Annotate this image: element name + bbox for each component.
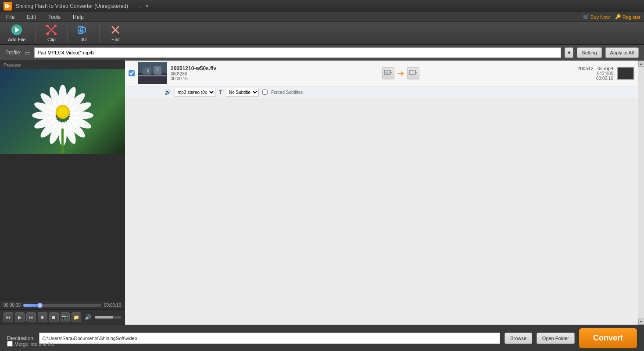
svg-rect-2: [5, 4, 7, 8]
forced-subtitles-checkbox[interactable]: [262, 90, 268, 95]
register-button[interactable]: 🔑 Register: [615, 14, 640, 20]
destination-label: Destination:: [7, 335, 35, 341]
svg-marker-25: [390, 72, 392, 73]
audio-track-select[interactable]: mp3 stereo (0x: [175, 88, 215, 97]
progress-thumb[interactable]: [37, 303, 43, 308]
browse-button[interactable]: Browse: [504, 333, 532, 344]
cart-icon: 🛒: [583, 14, 589, 20]
merge-checkbox[interactable]: [7, 341, 13, 347]
destination-input[interactable]: [39, 333, 500, 344]
close-button[interactable]: ✕: [144, 3, 150, 9]
timeline-bar: 00:00:00 00:00:16: [0, 301, 125, 309]
ipad-icon: ▭: [25, 49, 31, 56]
title-text: Shining Flash to Video Converter (Unregi…: [16, 3, 128, 9]
edit-button[interactable]: Edit: [105, 22, 126, 44]
toolbar-sep-1: [35, 24, 36, 42]
progress-track[interactable]: [23, 304, 101, 307]
svg-text:3D: 3D: [79, 29, 83, 33]
file-info: 20051210-w50s.flv 360*288 00:00:16: [171, 65, 258, 81]
file-list-area[interactable]: 20051210-w50s.flv 360*288 00:00:16 HD: [125, 61, 638, 325]
step-forward-button[interactable]: ⏭: [26, 312, 36, 322]
svg-rect-21: [138, 75, 167, 76]
unknown-button[interactable]: ⏹: [49, 312, 59, 322]
output-duration: 00:00:16: [543, 76, 613, 81]
clip-button[interactable]: Clip: [41, 22, 62, 44]
apply-to-all-button[interactable]: Apply to All: [605, 47, 639, 58]
file-duration: 00:00:16: [171, 76, 258, 81]
setting-button[interactable]: Setting: [577, 47, 601, 58]
right-panel: 20051210-w50s.flv 360*288 00:00:16 HD: [125, 61, 638, 325]
volume-icon: 🔊: [85, 314, 91, 320]
forced-subtitles-label: Forced Subtitles: [271, 90, 303, 95]
table-row: 20051210-w50s.flv 360*288 00:00:16 HD: [125, 61, 638, 98]
end-time: 00:00:16: [104, 303, 121, 308]
key-icon: 🔑: [615, 14, 621, 20]
right-scrollbar: ▲ ▼: [638, 61, 644, 325]
svg-point-10: [54, 25, 57, 27]
profile-label: Profile:: [5, 50, 21, 56]
scroll-track[interactable]: [638, 67, 644, 319]
svg-point-8: [46, 25, 49, 27]
video-settings-button[interactable]: HD: [382, 67, 394, 79]
right-wrapper: 20051210-w50s.flv 360*288 00:00:16 HD: [125, 61, 644, 325]
audio-icon: 🔊: [165, 89, 171, 95]
output-filename: 200512...0s.mp4: [543, 66, 613, 71]
output-resolution: 640*480: [543, 71, 613, 76]
volume-slider[interactable]: [95, 316, 121, 319]
window-controls: ─ □ ✕: [128, 3, 150, 9]
file-checkbox[interactable]: [129, 70, 135, 76]
preview-image: [0, 69, 125, 154]
file-output: 200512...0s.mp4 640*480 00:00:16: [543, 66, 613, 81]
title-bar: Shining Flash to Video Converter (Unregi…: [0, 0, 644, 12]
3d-icon: 3D: [77, 24, 89, 36]
step-backward-button[interactable]: ⏮: [4, 312, 13, 322]
preview-controls-area: [0, 154, 125, 301]
scroll-down-button[interactable]: ▼: [638, 319, 644, 325]
menu-edit[interactable]: Edit: [24, 13, 39, 21]
volume-fill: [95, 316, 113, 319]
play-button[interactable]: ▶: [15, 312, 25, 322]
merge-label: Merge into one file: [14, 341, 54, 347]
menu-tools[interactable]: Tools: [46, 13, 63, 21]
daisy-flower: [28, 77, 98, 147]
scroll-up-button[interactable]: ▲: [638, 61, 644, 67]
subtitle-t-icon: T: [219, 89, 222, 96]
screenshot-button[interactable]: 📷: [61, 312, 70, 322]
menu-help[interactable]: Help: [70, 13, 86, 21]
profile-bar: Profile: ▭ ▼ Setting Apply to All: [0, 45, 644, 61]
svg-point-9: [46, 32, 49, 35]
playback-controls: ⏮ ▶ ⏭ ■ ⏹ 📷 📁 🔊: [0, 309, 125, 325]
flower-stem: [61, 129, 64, 154]
open-folder-button[interactable]: Open Folder: [537, 333, 575, 344]
convert-button[interactable]: Convert: [579, 328, 637, 348]
add-file-button[interactable]: Add File: [4, 22, 30, 44]
menu-file[interactable]: File: [4, 13, 17, 21]
buy-register-area: 🛒 Buy Now 🔑 Register: [583, 14, 640, 20]
svg-marker-28: [415, 72, 417, 73]
output-settings-button[interactable]: [407, 67, 419, 79]
app-icon: [4, 2, 12, 11]
minimize-button[interactable]: ─: [128, 3, 134, 9]
subtitle-select[interactable]: No Subtitle: [226, 88, 259, 97]
svg-rect-22: [147, 69, 149, 72]
file-row-sub: 🔊 mp3 stereo (0x T No Subtitle Forced Su…: [125, 86, 638, 98]
stop-button[interactable]: ■: [38, 312, 47, 322]
dropdown-arrow-button[interactable]: ▼: [565, 47, 573, 58]
output-thumbnail: [617, 67, 634, 80]
merge-row: Merge into one file: [7, 341, 54, 347]
file-row-main: 20051210-w50s.flv 360*288 00:00:16 HD: [125, 61, 638, 86]
main-layout: Preview: [0, 61, 644, 325]
3d-button[interactable]: 3D 3D: [73, 22, 94, 44]
buy-now-button[interactable]: 🛒 Buy Now: [583, 14, 610, 20]
profile-select[interactable]: [34, 47, 561, 58]
folder-button[interactable]: 📁: [72, 312, 81, 322]
edit-icon: [109, 24, 122, 36]
toolbar-sep-3: [99, 24, 100, 42]
toolbar-sep-2: [67, 24, 68, 42]
progress-fill: [23, 304, 39, 307]
maximize-button[interactable]: □: [136, 3, 142, 9]
file-resolution: 360*288: [171, 72, 258, 76]
flower-center: [56, 105, 70, 119]
start-time: 00:00:00: [4, 303, 21, 308]
file-name: 20051210-w50s.flv: [171, 65, 258, 72]
